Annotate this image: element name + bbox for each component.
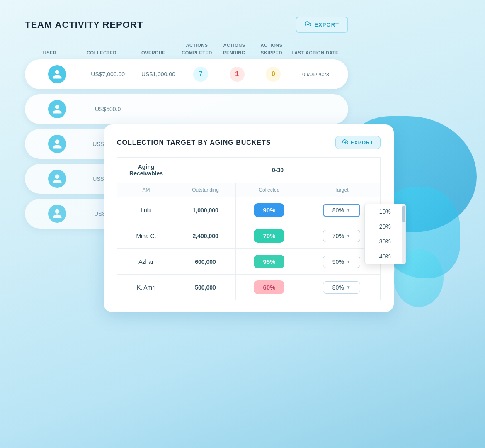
table-row: Lulu 1,000,000 90% 80% ▼ xyxy=(117,197,381,223)
cell-outstanding-mina: 2,400,000 xyxy=(175,223,236,249)
cell-am-name-azhar: Azhar xyxy=(117,249,175,275)
cell-collected-mina: 70% xyxy=(236,223,303,249)
collected-badge-azhar: 95% xyxy=(254,255,284,268)
table-header-row-top: Aging Receivables 0-30 xyxy=(117,158,381,183)
col-header-actions-pending: ACTIONS PENDING xyxy=(223,43,245,55)
table-row: Mina C. 2,400,000 70% 70% ▼ xyxy=(117,223,381,249)
dropdown-item[interactable]: 40% xyxy=(365,249,405,264)
th-range: 0-30 xyxy=(175,158,381,183)
avatar xyxy=(48,135,66,153)
cell-overdue-1: US$1,000.00 xyxy=(134,71,182,78)
th-am: AM xyxy=(117,183,175,197)
cell-collected-kamri: 60% xyxy=(236,275,303,300)
cell-collected-2: US$500.0 xyxy=(82,106,134,112)
table-row: K. Amri 500,000 60% 80% ▼ xyxy=(117,275,381,300)
col-header-user: USER xyxy=(43,50,57,55)
chevron-down-icon: ▼ xyxy=(347,234,351,238)
th-collected: Collected xyxy=(236,183,303,197)
cell-outstanding-kamri: 500,000 xyxy=(175,275,236,300)
cloud-upload-icon xyxy=(305,21,311,29)
target-dropdown-lulu[interactable]: 80% ▼ xyxy=(323,204,360,217)
scrollbar-thumb xyxy=(402,206,405,222)
dropdown-item[interactable]: 30% xyxy=(365,234,405,249)
chevron-down-icon: ▼ xyxy=(347,259,351,264)
collected-badge-mina: 70% xyxy=(254,229,284,243)
col-header-last-action: LAST ACTION DATE xyxy=(291,50,339,55)
cell-am-name-lulu: Lulu xyxy=(117,197,175,223)
cell-collected-lulu: 90% xyxy=(236,197,303,223)
cell-outstanding-azhar: 600,000 xyxy=(175,249,236,275)
export-btn-top-label: EXPORT xyxy=(315,22,339,28)
report-header: TEAM ACTIVITY REPORT EXPORT xyxy=(25,17,348,33)
export-button-top[interactable]: EXPORT xyxy=(296,17,348,33)
badge-actions-completed-1: 7 xyxy=(193,67,208,82)
table-headers: USER COLLECTED OVERDUE ACTIONS COMPLETED… xyxy=(25,41,348,59)
report-title: TEAM ACTIVITY REPORT xyxy=(25,19,143,30)
avatar xyxy=(48,205,66,223)
avatar xyxy=(48,65,66,83)
cell-target-kamri: 80% ▼ xyxy=(303,275,380,300)
col-header-collected: COLLECTED xyxy=(87,50,116,55)
cell-collected-1: US$7,000.00 xyxy=(82,71,134,78)
chevron-down-icon: ▼ xyxy=(347,208,351,212)
table-row: Azhar 600,000 95% 90% ▼ xyxy=(117,249,381,275)
collection-panel: COLLECTION TARGET BY AGING BUCKETS EXPOR… xyxy=(104,124,394,312)
target-dropdown-mina[interactable]: 70% ▼ xyxy=(323,230,360,242)
target-dropdown-kamri[interactable]: 80% ▼ xyxy=(323,281,360,294)
th-target: Target xyxy=(303,183,380,197)
cell-last-action-1: 09/05/2023 xyxy=(291,71,340,78)
table-sub-header-row: AM Outstanding Collected Target xyxy=(117,183,381,197)
target-value-mina: 70% xyxy=(332,233,344,239)
collected-badge-lulu: 90% xyxy=(254,203,284,217)
inner-table: Aging Receivables 0-30 AM Outstanding Co… xyxy=(117,157,381,300)
badge-actions-skipped-1: 0 xyxy=(266,67,281,82)
collected-badge-kamri: 60% xyxy=(254,280,284,294)
table-row: US$7,000.00 US$1,000.00 7 1 0 09/05/2023 xyxy=(25,59,348,89)
avatar xyxy=(48,100,66,118)
target-value-lulu: 80% xyxy=(332,207,344,214)
target-value-kamri: 80% xyxy=(332,284,344,291)
panel-title: COLLECTION TARGET BY AGING BUCKETS xyxy=(117,139,271,146)
target-value-azhar: 90% xyxy=(332,258,344,265)
th-aging-receivables: Aging Receivables xyxy=(117,158,175,183)
cell-outstanding-lulu: 1,000,000 xyxy=(175,197,236,223)
scrollbar[interactable] xyxy=(402,204,405,264)
avatar xyxy=(48,170,66,188)
panel-header: COLLECTION TARGET BY AGING BUCKETS EXPOR… xyxy=(117,136,381,149)
col-header-overdue: OVERDUE xyxy=(141,50,165,55)
col-header-actions-completed: ACTIONS COMPLETED xyxy=(182,43,212,55)
cell-collected-azhar: 95% xyxy=(236,249,303,275)
target-dropdown-azhar[interactable]: 90% ▼ xyxy=(323,256,360,268)
dropdown-item[interactable]: 20% xyxy=(365,219,405,234)
cell-am-name-kamri: K. Amri xyxy=(117,275,175,300)
badge-actions-pending-1: 1 xyxy=(230,67,245,82)
cell-target-lulu: 80% ▼ 10% 20% 30% 40% xyxy=(303,197,380,223)
export-button-panel[interactable]: EXPORT xyxy=(335,136,381,149)
col-header-actions-skipped: ACTIONS SKIPPED xyxy=(261,43,283,55)
table-row: US$500.0 xyxy=(25,94,348,124)
cloud-upload-icon-small xyxy=(342,139,348,146)
dropdown-item[interactable]: 10% xyxy=(365,204,405,219)
chevron-down-icon: ▼ xyxy=(347,285,351,290)
dropdown-menu-lulu: 10% 20% 30% 40% xyxy=(364,204,406,264)
export-btn-panel-label: EXPORT xyxy=(351,140,373,146)
cell-am-name-mina: Mina C. xyxy=(117,223,175,249)
th-outstanding: Outstanding xyxy=(175,183,236,197)
page-wrapper: TEAM ACTIVITY REPORT EXPORT USER COLLECT… xyxy=(0,0,485,448)
